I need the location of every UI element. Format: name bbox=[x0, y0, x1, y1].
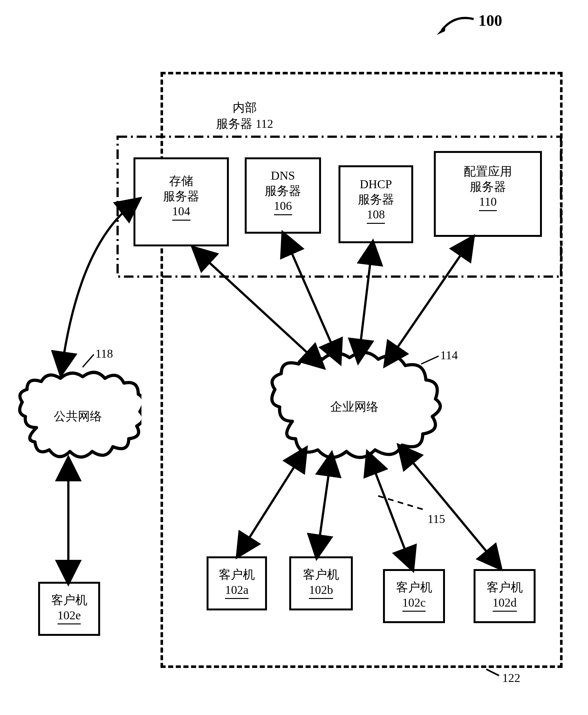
arrows-layer bbox=[0, 0, 588, 715]
svg-line-8 bbox=[390, 243, 469, 359]
ref-115-label: 115 bbox=[427, 512, 445, 526]
svg-line-10 bbox=[318, 461, 331, 550]
svg-line-6 bbox=[286, 240, 337, 356]
svg-line-11 bbox=[370, 459, 410, 563]
diagram-stage: 100 122 内部 服务器 112 存储 服务器 104 DNS 服务器 10… bbox=[0, 0, 588, 715]
svg-line-9 bbox=[241, 455, 302, 550]
svg-line-7 bbox=[359, 250, 372, 355]
